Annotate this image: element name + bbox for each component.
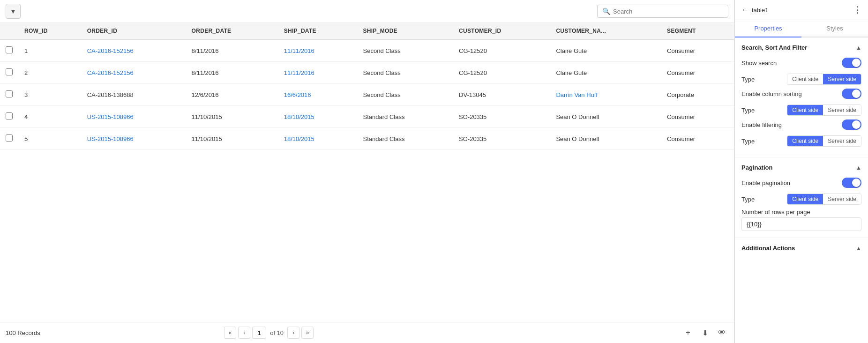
pagination-chevron[interactable]: ▲ xyxy=(856,164,861,171)
table-row: 4US-2015-10896611/10/201518/10/2015Stand… xyxy=(0,106,734,128)
row-checkbox[interactable] xyxy=(6,90,13,97)
cell-customer_name: Darrin Van Huff xyxy=(550,84,661,106)
cell-row_id: 3 xyxy=(19,84,82,106)
cell-customer_id: DV-13045 xyxy=(453,84,550,106)
header-row-id[interactable]: ROW_ID xyxy=(19,23,82,39)
row-checkbox[interactable] xyxy=(6,112,13,119)
footer-actions: + ⬇ 👁 xyxy=(681,326,728,339)
filtering-label: Enable filtering xyxy=(741,121,782,128)
cell-ship_mode: Second Class xyxy=(358,84,454,106)
panel-title: table1 xyxy=(752,7,768,14)
search-type-selector: Client side Server side xyxy=(787,74,861,85)
table-header-row: ROW_ID ORDER_ID ORDER_DATE SHIP_DATE SHI… xyxy=(0,23,734,39)
tab-styles[interactable]: Styles xyxy=(801,20,868,37)
filtering-toggle[interactable] xyxy=(842,119,861,130)
cell-ship_mode: Standard Class xyxy=(358,128,454,150)
search-sort-filter-header: Search, Sort And Filter ▲ xyxy=(741,44,861,51)
cell-customer_id: CG-12520 xyxy=(453,62,550,84)
rows-per-page-label: Number of rows per page xyxy=(741,209,861,216)
row-checkbox[interactable] xyxy=(6,134,13,142)
cell-customer_name: Sean O Donnell xyxy=(550,106,661,128)
additional-actions-section: Additional Actions ▲ xyxy=(735,238,868,265)
download-button[interactable]: ⬇ xyxy=(698,326,711,339)
pagination-section: Pagination ▲ Enable pagination Type Clie… xyxy=(735,157,868,238)
filtering-type-client[interactable]: Client side xyxy=(787,136,823,146)
panel-more-button[interactable]: ⋮ xyxy=(853,5,861,15)
pagination: « ‹ of 10 › » xyxy=(224,327,314,339)
search-type-server[interactable]: Server side xyxy=(823,74,861,84)
additional-actions-chevron[interactable]: ▲ xyxy=(856,245,861,252)
toolbar: ▼ 🔍 xyxy=(0,0,734,23)
search-type-client[interactable]: Client side xyxy=(787,74,823,84)
of-pages: of 10 xyxy=(270,329,284,336)
prev-page-button[interactable]: ‹ xyxy=(238,327,250,339)
footer: 100 Records « ‹ of 10 › » + ⬇ 👁 xyxy=(0,322,734,343)
page-input[interactable] xyxy=(252,327,266,339)
filter-button[interactable]: ▼ xyxy=(6,4,21,19)
records-count: 100 Records xyxy=(6,329,40,336)
cell-ship_mode: Second Class xyxy=(358,39,454,62)
cell-row_id: 4 xyxy=(19,106,82,128)
cell-order_id: CA-2016-152156 xyxy=(82,39,186,62)
add-row-button[interactable]: + xyxy=(681,326,695,339)
row-checkbox[interactable] xyxy=(6,68,13,75)
cell-segment: Consumer xyxy=(661,128,734,150)
cell-ship_date: 11/11/2016 xyxy=(278,62,358,84)
header-order-id[interactable]: ORDER_ID xyxy=(82,23,186,39)
cell-order_date: 8/11/2016 xyxy=(186,39,278,62)
column-sorting-toggle[interactable] xyxy=(842,89,861,99)
cell-order_date: 12/6/2016 xyxy=(186,84,278,106)
back-arrow-icon: ← xyxy=(741,6,749,14)
cell-customer_name: Claire Gute xyxy=(550,39,661,62)
panel-back-button[interactable]: ← table1 xyxy=(741,6,768,14)
search-type-label: Type xyxy=(741,76,755,83)
pagination-type-client[interactable]: Client side xyxy=(787,194,823,204)
header-segment[interactable]: SEGMENT xyxy=(661,23,734,39)
cell-order_id: US-2015-108966 xyxy=(82,106,186,128)
sorting-type-label: Type xyxy=(741,107,755,114)
cell-customer_id: SO-20335 xyxy=(453,128,550,150)
cell-order_id: CA-2016-138688 xyxy=(82,84,186,106)
preview-button[interactable]: 👁 xyxy=(715,326,728,339)
row-checkbox-cell xyxy=(0,128,19,150)
rows-per-page-input[interactable] xyxy=(741,217,861,231)
show-search-row: Show search xyxy=(741,58,861,68)
header-ship-date[interactable]: SHIP_DATE xyxy=(278,23,358,39)
search-bar: 🔍 xyxy=(597,5,728,18)
show-search-label: Show search xyxy=(741,60,777,67)
search-input[interactable] xyxy=(613,8,723,15)
additional-actions-title: Additional Actions xyxy=(741,245,795,252)
header-order-date[interactable]: ORDER_DATE xyxy=(186,23,278,39)
last-page-button[interactable]: » xyxy=(301,327,314,339)
pagination-type-selector: Client side Server side xyxy=(787,194,861,205)
cell-row_id: 5 xyxy=(19,128,82,150)
first-page-button[interactable]: « xyxy=(224,327,236,339)
filtering-type-server[interactable]: Server side xyxy=(823,136,861,146)
show-search-toggle[interactable] xyxy=(842,58,861,68)
sorting-type-server[interactable]: Server side xyxy=(823,105,861,115)
search-sort-filter-title: Search, Sort And Filter xyxy=(741,44,807,51)
cell-order_date: 11/10/2015 xyxy=(186,106,278,128)
main-area: ▼ 🔍 ROW_ID ORDER_ID ORDER_DATE SHIP_DATE… xyxy=(0,0,734,343)
rows-per-page-container: Number of rows per page xyxy=(741,209,861,231)
enable-pagination-thumb xyxy=(852,179,861,187)
row-checkbox[interactable] xyxy=(6,46,13,53)
pagination-type-server[interactable]: Server side xyxy=(823,194,861,204)
header-ship-mode[interactable]: SHIP_MODE xyxy=(358,23,454,39)
sorting-type-client[interactable]: Client side xyxy=(787,105,823,115)
header-customer-id[interactable]: CUSTOMER_ID xyxy=(453,23,550,39)
column-sorting-track xyxy=(842,89,861,99)
header-checkbox-col xyxy=(0,23,19,39)
search-sort-filter-chevron[interactable]: ▲ xyxy=(856,45,861,51)
table-container: ROW_ID ORDER_ID ORDER_DATE SHIP_DATE SHI… xyxy=(0,23,734,322)
table-row: 3CA-2016-13868812/6/201616/6/2016Second … xyxy=(0,84,734,106)
filtering-type-label: Type xyxy=(741,138,755,145)
sorting-type-selector: Client side Server side xyxy=(787,104,861,116)
enable-pagination-toggle[interactable] xyxy=(842,178,861,188)
cell-customer_name: Claire Gute xyxy=(550,62,661,84)
header-customer-name[interactable]: CUSTOMER_NA... xyxy=(550,23,661,39)
enable-pagination-row: Enable pagination xyxy=(741,178,861,188)
row-checkbox-cell xyxy=(0,39,19,62)
next-page-button[interactable]: › xyxy=(287,327,299,339)
tab-properties[interactable]: Properties xyxy=(735,20,801,37)
